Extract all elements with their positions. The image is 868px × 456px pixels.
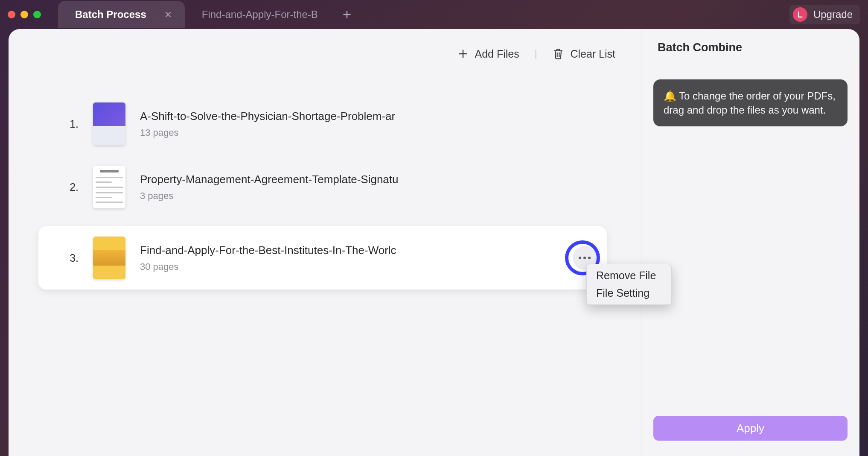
row-index: 1.	[64, 118, 79, 130]
file-pages: 30 pages	[140, 261, 396, 272]
file-pages: 3 pages	[140, 190, 399, 202]
file-name: A-Shift-to-Solve-the-Physician-Shortage-…	[140, 110, 395, 123]
file-name: Find-and-Apply-For-the-Best-Institutes-I…	[140, 244, 396, 257]
close-tab-icon[interactable]	[163, 10, 173, 19]
plus-icon	[457, 48, 469, 59]
tab-label: Find-and-Apply-For-the-B	[202, 9, 318, 20]
upgrade-label: Upgrade	[813, 9, 853, 20]
avatar: L	[793, 7, 807, 22]
new-tab-button[interactable]	[342, 9, 352, 20]
upgrade-pill[interactable]: L Upgrade	[789, 5, 860, 24]
side-panel: Batch Combine 🔔To change the order of yo…	[641, 29, 859, 456]
file-pages: 13 pages	[140, 127, 395, 138]
file-meta: Property-Management-Agreement-Template-S…	[140, 173, 399, 202]
tip-text: To change the order of your PDFs, drag a…	[664, 90, 836, 116]
context-menu-remove-file[interactable]: Remove File	[587, 267, 671, 284]
row-index: 2.	[64, 181, 79, 193]
app-body: Add Files | Clear List 1. A-Shift-to-Sol…	[9, 29, 859, 456]
file-row[interactable]: 2. Property-Management-Agreement-Templat…	[51, 155, 624, 219]
tab-strip: Batch Process Find-and-Apply-For-the-B	[58, 0, 352, 29]
clear-list-label: Clear List	[570, 48, 615, 60]
file-meta: Find-and-Apply-For-the-Best-Institutes-I…	[140, 244, 396, 272]
file-row[interactable]: 3. Find-and-Apply-For-the-Best-Institute…	[38, 226, 607, 289]
tip-card: 🔔To change the order of your PDFs, drag …	[653, 79, 848, 126]
row-index: 3.	[64, 252, 79, 264]
close-window-button[interactable]	[8, 11, 15, 18]
bell-icon: 🔔	[664, 90, 676, 102]
file-name: Property-Management-Agreement-Template-S…	[140, 173, 399, 186]
context-menu: Remove File File Setting	[586, 264, 672, 305]
apply-button[interactable]: Apply	[653, 416, 848, 441]
avatar-initial: L	[798, 10, 803, 20]
divider	[653, 69, 848, 69]
file-thumbnail	[93, 237, 125, 279]
add-files-label: Add Files	[475, 48, 519, 60]
ellipsis-icon	[579, 257, 591, 259]
toolbar-divider: |	[535, 48, 537, 59]
tab-batch-process[interactable]: Batch Process	[58, 1, 185, 28]
titlebar: Batch Process Find-and-Apply-For-the-B L…	[0, 0, 868, 29]
add-files-button[interactable]: Add Files	[457, 48, 519, 60]
file-row[interactable]: 1. A-Shift-to-Solve-the-Physician-Shorta…	[51, 92, 624, 155]
fullscreen-window-button[interactable]	[33, 11, 41, 18]
file-thumbnail	[93, 166, 125, 208]
tab-find-and-apply[interactable]: Find-and-Apply-For-the-B	[185, 1, 330, 28]
main-panel: Add Files | Clear List 1. A-Shift-to-Sol…	[9, 29, 641, 456]
toolbar: Add Files | Clear List	[26, 41, 624, 67]
file-thumbnail	[93, 102, 125, 145]
side-panel-title: Batch Combine	[653, 41, 848, 54]
trash-icon	[552, 48, 564, 60]
clear-list-button[interactable]: Clear List	[552, 48, 615, 60]
minimize-window-button[interactable]	[20, 11, 28, 18]
file-list: 1. A-Shift-to-Solve-the-Physician-Shorta…	[26, 92, 624, 289]
window-controls	[8, 11, 41, 18]
tab-label: Batch Process	[75, 9, 146, 20]
context-menu-file-setting[interactable]: File Setting	[587, 284, 671, 302]
file-meta: A-Shift-to-Solve-the-Physician-Shortage-…	[140, 110, 395, 138]
